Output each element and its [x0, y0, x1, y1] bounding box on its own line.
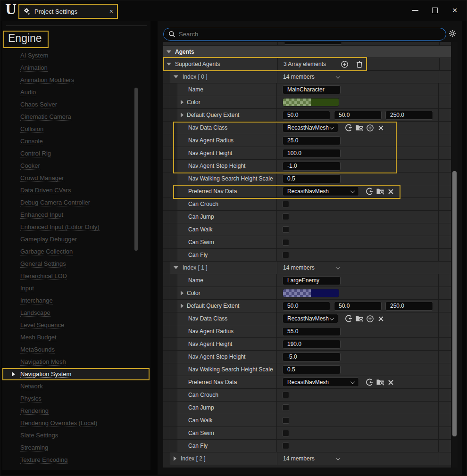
use-selected-asset-icon[interactable] — [365, 187, 374, 196]
tab-close-icon[interactable]: × — [109, 8, 113, 15]
sidebar-item-audio[interactable]: Audio — [2, 86, 150, 98]
minimize-button[interactable] — [410, 5, 420, 16]
use-selected-asset-icon[interactable] — [365, 378, 374, 387]
browse-to-asset-icon[interactable] — [375, 378, 384, 387]
can-walk-checkbox[interactable] — [283, 417, 289, 424]
extent-x-input[interactable]: 50.0 — [283, 111, 330, 120]
use-selected-asset-icon[interactable] — [344, 123, 353, 132]
sidebar-item-landscape[interactable]: Landscape — [2, 307, 150, 319]
add-array-element-icon[interactable] — [340, 60, 349, 69]
can-swim-checkbox[interactable] — [283, 430, 289, 436]
chevron-down-icon[interactable] — [335, 265, 340, 270]
name-input[interactable]: LargeEnemy — [283, 276, 341, 285]
nav-data-class-dropdown[interactable]: RecastNavMesh — [283, 314, 338, 323]
clear-asset-icon[interactable] — [386, 187, 395, 196]
clear-asset-icon[interactable] — [376, 314, 385, 323]
browse-to-asset-icon[interactable] — [355, 314, 364, 323]
use-selected-asset-icon[interactable] — [344, 314, 353, 323]
sidebar-item-cooker[interactable]: Cooker — [2, 160, 150, 172]
expander-icon[interactable] — [167, 63, 171, 66]
category-header-agents[interactable]: Agents — [163, 45, 451, 57]
preferred-nav-data-dropdown[interactable]: RecastNavMesh — [283, 378, 359, 387]
sidebar-item-interchange[interactable]: Interchange — [2, 295, 150, 307]
clear-asset-icon[interactable] — [376, 123, 385, 132]
color-swatch[interactable] — [283, 98, 339, 107]
can-jump-checkbox[interactable] — [283, 213, 289, 220]
make-new-asset-icon[interactable] — [366, 314, 375, 323]
can-crouch-checkbox[interactable] — [283, 392, 289, 398]
expander-icon[interactable] — [174, 75, 178, 78]
expander-icon[interactable] — [181, 304, 183, 308]
main-scrollbar-thumb[interactable] — [452, 171, 457, 436]
can-crouch-checkbox[interactable] — [283, 201, 289, 207]
height-input[interactable]: 100.0 — [283, 149, 341, 158]
radius-input[interactable]: 25.0 — [283, 136, 341, 145]
color-swatch[interactable] — [283, 289, 339, 297]
sidebar-item-rendering[interactable]: Rendering — [2, 405, 150, 417]
delete-array-icon[interactable] — [355, 60, 364, 69]
sidebar-item-network[interactable]: Network — [2, 380, 150, 393]
search-input[interactable] — [179, 31, 441, 38]
name-input[interactable]: MainCharacter — [283, 85, 341, 94]
chevron-down-icon[interactable] — [335, 74, 340, 79]
sidebar-item-debug-camera-controller[interactable]: Debug Camera Controller — [2, 197, 150, 209]
close-button[interactable]: × — [450, 5, 460, 16]
sidebar-scrollbar[interactable] — [134, 88, 138, 251]
walk-scale-input[interactable]: 0.5 — [283, 174, 341, 183]
search-bar[interactable] — [163, 28, 446, 41]
sidebar-item-collision[interactable]: Collision — [2, 123, 150, 135]
walk-scale-input[interactable]: 0.5 — [283, 365, 341, 374]
sidebar-item-garbage-collection[interactable]: Garbage Collection — [2, 246, 150, 258]
sidebar-item-chaos-solver[interactable]: Chaos Solver — [2, 98, 150, 111]
settings-gear-icon[interactable] — [448, 29, 458, 39]
sidebar-item-metasounds[interactable]: MetaSounds — [2, 344, 150, 356]
preferred-nav-data-dropdown[interactable]: RecastNavMesh — [283, 187, 359, 196]
tab-project-settings[interactable]: Project Settings × — [18, 4, 118, 19]
expander-icon[interactable] — [181, 291, 183, 295]
sidebar-item-general-settings[interactable]: General Settings — [2, 258, 150, 270]
sidebar-item-control-rig[interactable]: Control Rig — [2, 148, 150, 160]
sidebar-item-data-driven-cvars[interactable]: Data Driven CVars — [2, 184, 150, 197]
sidebar-item-hierarchical-lod[interactable]: Hierarchical LOD — [2, 270, 150, 282]
sidebar-item-navigation-system[interactable]: Navigation System — [2, 368, 150, 380]
sidebar-item-texture-encoding[interactable]: Texture Encoding — [2, 454, 150, 466]
chevron-down-icon[interactable] — [335, 456, 340, 460]
extent-z-input[interactable]: 250.0 — [385, 111, 433, 120]
expander-icon[interactable] — [174, 456, 176, 461]
extent-y-input[interactable]: 50.0 — [334, 111, 382, 120]
category-expander-icon[interactable] — [167, 50, 171, 53]
browse-to-asset-icon[interactable] — [375, 187, 384, 196]
sidebar-item-rendering-overrides-local[interactable]: Rendering Overrides (Local) — [2, 417, 150, 429]
clear-asset-icon[interactable] — [386, 378, 395, 387]
sidebar-item-navigation-mesh[interactable]: Navigation Mesh — [2, 356, 150, 368]
extent-y-input[interactable]: 50.0 — [334, 302, 382, 311]
sidebar-item-level-sequence[interactable]: Level Sequence — [2, 319, 150, 331]
sidebar-item-gameplay-debugger[interactable]: Gameplay Debugger — [2, 233, 150, 246]
can-walk-checkbox[interactable] — [283, 226, 289, 233]
radius-input[interactable]: 55.0 — [283, 327, 341, 336]
expander-icon[interactable] — [174, 266, 178, 269]
sidebar-item-physics[interactable]: Physics — [2, 393, 150, 405]
extent-z-input[interactable]: 250.0 — [385, 302, 433, 311]
maximize-button[interactable] — [430, 5, 440, 16]
sidebar-item-slate-settings[interactable]: Slate Settings — [2, 429, 150, 442]
extent-x-input[interactable]: 50.0 — [283, 302, 330, 311]
sidebar-item-streaming[interactable]: Streaming — [2, 442, 150, 454]
step-height-input[interactable]: -1.0 — [283, 162, 341, 171]
sidebar-item-enhanced-input-editor-only[interactable]: Enhanced Input (Editor Only) — [2, 221, 150, 233]
expander-icon[interactable] — [181, 100, 183, 105]
sidebar-item-ai-system[interactable]: AI System — [2, 49, 150, 62]
sidebar-item-enhanced-input[interactable]: Enhanced Input — [2, 209, 150, 221]
sidebar-item-crowd-manager[interactable]: Crowd Manager — [2, 172, 150, 184]
sidebar-item-mesh-budget[interactable]: Mesh Budget — [2, 331, 150, 344]
make-new-asset-icon[interactable] — [366, 123, 375, 132]
sidebar-item-cinematic-camera[interactable]: Cinematic Camera — [2, 111, 150, 123]
can-jump-checkbox[interactable] — [283, 404, 289, 411]
can-swim-checkbox[interactable] — [283, 239, 289, 246]
nav-data-class-dropdown[interactable]: RecastNavMesh — [283, 123, 338, 132]
can-fly-checkbox[interactable] — [283, 252, 289, 258]
sidebar-item-animation-modifiers[interactable]: Animation Modifiers — [2, 74, 150, 86]
height-input[interactable]: 190.0 — [283, 340, 341, 349]
step-height-input[interactable]: -5.0 — [283, 353, 341, 361]
sidebar-item-console[interactable]: Console — [2, 135, 150, 148]
